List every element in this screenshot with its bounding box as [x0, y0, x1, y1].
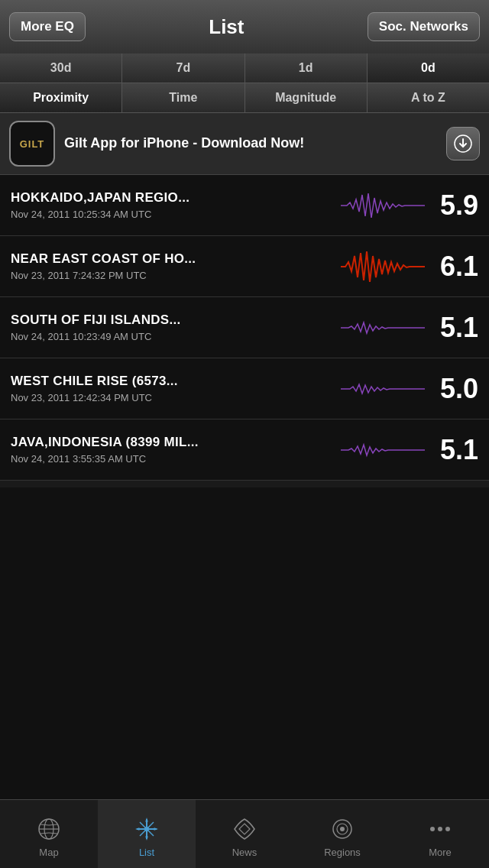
- eq-magnitude: 5.9: [425, 189, 478, 222]
- eq-magnitude: 5.0: [425, 373, 478, 405]
- tab-map-label: Map: [39, 847, 58, 858]
- tab-regions-label: Regions: [324, 847, 361, 858]
- map-icon: [36, 816, 62, 842]
- download-icon: [454, 134, 472, 153]
- sort-atoz[interactable]: A to Z: [368, 83, 489, 112]
- svg-point-15: [340, 827, 345, 831]
- tab-more-label: More: [429, 847, 452, 858]
- svg-point-18: [445, 827, 450, 831]
- news-icon: [232, 816, 257, 842]
- eq-name: WEST CHILE RISE (6573...: [11, 374, 341, 389]
- eq-time: Nov 24, 2011 10:23:49 AM UTC: [11, 331, 341, 342]
- filter-0d[interactable]: 0d: [368, 53, 489, 83]
- wave-icon: [341, 371, 425, 407]
- soc-networks-button[interactable]: Soc. Networks: [368, 12, 480, 41]
- table-row[interactable]: HOKKAIDO,JAPAN REGIO... Nov 24, 2011 10:…: [0, 175, 489, 236]
- filter-30d[interactable]: 30d: [0, 53, 122, 83]
- ad-banner[interactable]: GILT Gilt App for iPhone - Download Now!: [0, 113, 489, 175]
- eq-info: WEST CHILE RISE (6573... Nov 23, 2011 12…: [11, 374, 341, 403]
- tab-list-label: List: [139, 847, 154, 858]
- tab-bar: Map List News: [0, 799, 489, 868]
- wave-icon: [341, 309, 425, 346]
- eq-magnitude: 5.1: [425, 434, 478, 466]
- more-icon: [427, 816, 453, 842]
- sort-magnitude[interactable]: Magnitude: [245, 83, 368, 112]
- earthquake-list: HOKKAIDO,JAPAN REGIO... Nov 24, 2011 10:…: [0, 175, 489, 487]
- eq-time: Nov 24, 2011 10:25:34 AM UTC: [11, 209, 341, 220]
- more-eq-button[interactable]: More EQ: [9, 12, 86, 41]
- eq-time: Nov 23, 2011 7:24:32 PM UTC: [11, 270, 341, 281]
- eq-magnitude: 5.1: [425, 312, 478, 344]
- eq-magnitude: 6.1: [425, 251, 478, 283]
- sort-time[interactable]: Time: [122, 83, 244, 112]
- svg-point-17: [438, 827, 442, 831]
- tab-news-label: News: [232, 847, 257, 858]
- eq-info: NEAR EAST COAST OF HO... Nov 23, 2011 7:…: [11, 251, 341, 281]
- eq-name: JAVA,INDONESIA (8399 mil...: [11, 435, 341, 450]
- sort-filter-row: Proximity Time Magnitude A to Z: [0, 83, 489, 113]
- header: More EQ List Soc. Networks: [0, 0, 489, 53]
- svg-point-8: [144, 827, 149, 831]
- filter-7d[interactable]: 7d: [122, 53, 244, 83]
- eq-time: Nov 23, 2011 12:42:34 PM UTC: [11, 392, 341, 403]
- tab-more[interactable]: More: [391, 800, 489, 868]
- table-row[interactable]: SOUTH OF FIJI ISLANDS... Nov 24, 2011 10…: [0, 297, 489, 358]
- page-title: List: [209, 15, 244, 39]
- tab-list[interactable]: List: [98, 800, 196, 868]
- wave-icon: [341, 248, 425, 285]
- eq-info: JAVA,INDONESIA (8399 mil... Nov 24, 2011…: [11, 435, 341, 465]
- tab-news[interactable]: News: [196, 800, 293, 868]
- ad-download-button[interactable]: [446, 127, 480, 160]
- time-filter-row: 30d 7d 1d 0d: [0, 53, 489, 83]
- wave-icon: [341, 187, 425, 224]
- eq-time: Nov 24, 2011 3:55:35 AM UTC: [11, 453, 341, 465]
- tab-map[interactable]: Map: [0, 800, 98, 868]
- ad-text: Gilt App for iPhone - Download Now!: [64, 134, 437, 152]
- empty-space: [0, 487, 489, 800]
- svg-point-16: [430, 827, 435, 831]
- tab-regions[interactable]: Regions: [293, 800, 391, 868]
- regions-icon: [329, 816, 355, 842]
- table-row[interactable]: WEST CHILE RISE (6573... Nov 23, 2011 12…: [0, 358, 489, 419]
- wave-icon: [341, 432, 425, 468]
- eq-name: HOKKAIDO,JAPAN REGIO...: [11, 190, 341, 206]
- eq-info: SOUTH OF FIJI ISLANDS... Nov 24, 2011 10…: [11, 313, 341, 342]
- eq-name: SOUTH OF FIJI ISLANDS...: [11, 313, 341, 328]
- table-row[interactable]: JAVA,INDONESIA (8399 mil... Nov 24, 2011…: [0, 419, 489, 481]
- sort-proximity[interactable]: Proximity: [0, 83, 122, 112]
- ad-icon: GILT: [9, 121, 55, 167]
- eq-name: NEAR EAST COAST OF HO...: [11, 251, 341, 267]
- filter-1d[interactable]: 1d: [245, 53, 368, 83]
- eq-info: HOKKAIDO,JAPAN REGIO... Nov 24, 2011 10:…: [11, 190, 341, 220]
- table-row[interactable]: NEAR EAST COAST OF HO... Nov 23, 2011 7:…: [0, 236, 489, 297]
- list-icon: [134, 816, 160, 842]
